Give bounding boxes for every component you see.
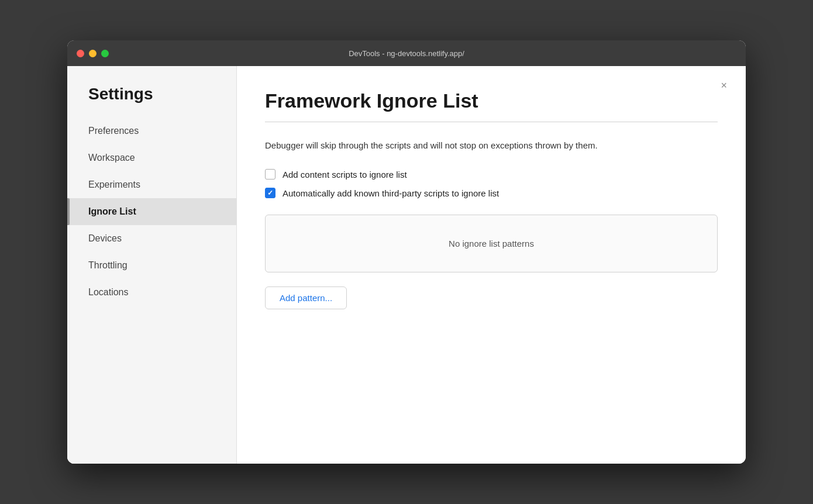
close-dialog-button[interactable]: × [716, 78, 732, 93]
add-pattern-button[interactable]: Add pattern... [265, 286, 347, 309]
sidebar-item-preferences[interactable]: Preferences [67, 118, 236, 144]
traffic-lights [77, 50, 109, 57]
window-title: DevTools - ng-devtools.netlify.app/ [349, 49, 464, 58]
sidebar-item-experiments[interactable]: Experiments [67, 171, 236, 198]
checkbox-content-scripts[interactable] [265, 169, 275, 179]
sidebar-item-devices[interactable]: Devices [67, 225, 236, 252]
sidebar-item-workspace[interactable]: Workspace [67, 144, 236, 171]
checkbox-third-party[interactable] [265, 188, 275, 198]
checkbox-third-party-label[interactable]: Automatically add known third-party scri… [283, 188, 499, 198]
sidebar-item-ignore-list[interactable]: Ignore List [67, 198, 236, 225]
description-text: Debugger will skip through the scripts a… [265, 139, 674, 153]
checkbox-row-1: Add content scripts to ignore list [265, 169, 718, 179]
close-window-button[interactable] [77, 50, 84, 57]
sidebar: Settings Preferences Workspace Experimen… [67, 66, 237, 464]
titlebar: DevTools - ng-devtools.netlify.app/ [67, 40, 746, 66]
title-divider [265, 122, 718, 122]
checkbox-row-2: Automatically add known third-party scri… [265, 188, 718, 198]
minimize-window-button[interactable] [89, 50, 97, 57]
patterns-empty-state: No ignore list patterns [265, 215, 718, 272]
settings-heading: Settings [67, 85, 236, 118]
checkbox-content-scripts-label[interactable]: Add content scripts to ignore list [283, 170, 407, 179]
app-window: DevTools - ng-devtools.netlify.app/ Sett… [67, 40, 746, 464]
page-title: Framework Ignore List [265, 89, 718, 112]
maximize-window-button[interactable] [101, 50, 109, 57]
sidebar-item-locations[interactable]: Locations [67, 279, 236, 306]
patterns-empty-text: No ignore list patterns [449, 239, 534, 248]
main-panel: × Framework Ignore List Debugger will sk… [237, 66, 746, 464]
content-area: Settings Preferences Workspace Experimen… [67, 66, 746, 464]
sidebar-item-throttling[interactable]: Throttling [67, 252, 236, 279]
